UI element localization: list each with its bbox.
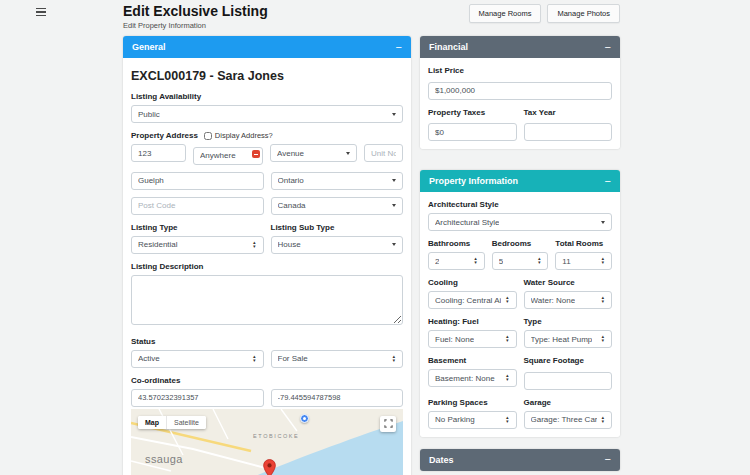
- select-arrows-icon: ▲▼: [252, 241, 256, 249]
- street-number-input[interactable]: [131, 144, 186, 162]
- cooling-select[interactable]: Cooling: Central Air ▲▼: [428, 291, 517, 309]
- property-information-panel-body: Architectural Style Architectural Style …: [420, 192, 620, 437]
- sale-status-select[interactable]: For Sale ▲▼: [271, 350, 404, 368]
- parking-spaces-label: Parking Spaces: [428, 398, 517, 407]
- general-panel-header[interactable]: General −: [123, 36, 411, 58]
- longitude-input[interactable]: [271, 389, 404, 407]
- listing-sub-type-select[interactable]: House: [271, 236, 404, 254]
- listing-availability-select[interactable]: Public: [131, 105, 403, 123]
- bathrooms-select[interactable]: 2 ▲▼: [428, 252, 485, 270]
- coordinates-field: Co-ordinates: [131, 376, 403, 407]
- water-source-field: Water Source Water: None ▲▼: [524, 278, 613, 309]
- select-arrows-icon: ▲▼: [252, 355, 256, 363]
- heating-fuel-field: Heating: Fuel Fuel: None ▲▼: [428, 317, 517, 348]
- bedrooms-select[interactable]: 5 ▲▼: [492, 252, 549, 270]
- select-arrows-icon: ▲▼: [601, 257, 605, 265]
- listing-type-select[interactable]: Residential ▲▼: [131, 236, 264, 254]
- heating-fuel-select[interactable]: Fuel: None ▲▼: [428, 330, 517, 348]
- list-price-field: List Price: [428, 66, 612, 100]
- financial-panel: Financial − List Price Property Taxes Ta…: [420, 36, 620, 149]
- chevron-down-icon: [392, 179, 396, 182]
- cooling-field: Cooling Cooling: Central Air ▲▼: [428, 278, 517, 309]
- street-name-wrap: [193, 144, 263, 165]
- address-row-2: Ontario: [131, 172, 403, 190]
- square-footage-input[interactable]: [524, 372, 613, 390]
- chevron-down-icon: [392, 243, 396, 246]
- header-actions: Manage Rooms Manage Photos: [469, 4, 621, 23]
- bathrooms-label: Bathrooms: [428, 239, 485, 248]
- parking-garage-row: Parking Spaces No Parking ▲▼ Garage Gara…: [428, 398, 612, 429]
- square-footage-label: Square Footage: [524, 356, 613, 365]
- heating-type-label: Type: [524, 317, 613, 326]
- property-information-panel-header[interactable]: Property Information −: [420, 170, 620, 192]
- tax-year-input[interactable]: [524, 123, 613, 141]
- select-arrows-icon: ▲▼: [474, 257, 478, 265]
- post-code-input[interactable]: [131, 197, 264, 215]
- listing-description-textarea[interactable]: [131, 275, 403, 325]
- chevron-down-icon: [346, 152, 350, 155]
- listing-availability-field: Listing Availability Public: [131, 92, 403, 123]
- taxes-row: Property Taxes Tax Year: [428, 108, 612, 142]
- property-address-label: Property Address: [131, 131, 198, 140]
- water-source-select[interactable]: Water: None ▲▼: [524, 291, 613, 309]
- unit-no-input[interactable]: [364, 144, 403, 162]
- status-select[interactable]: Active ▲▼: [131, 350, 264, 368]
- listing-type-row: Listing Type Residential ▲▼ Listing Sub …: [131, 223, 403, 254]
- list-price-input[interactable]: [428, 82, 612, 100]
- dates-panel-title: Dates: [429, 455, 454, 465]
- collapse-icon[interactable]: −: [605, 454, 611, 465]
- dates-panel-header[interactable]: Dates −: [420, 449, 620, 471]
- country-select[interactable]: Canada: [271, 197, 404, 215]
- select-arrows-icon: ▲▼: [505, 296, 509, 304]
- collapse-icon[interactable]: −: [396, 42, 402, 53]
- display-address-label: Display Address?: [215, 131, 273, 140]
- property-taxes-input[interactable]: [428, 123, 517, 141]
- general-column: General − EXCL000179 - Sara Jones Listin…: [123, 36, 411, 475]
- manage-photos-button[interactable]: Manage Photos: [547, 4, 620, 23]
- garage-select[interactable]: Garage: Three Car, Atta ▲▼: [524, 411, 613, 429]
- property-information-panel-title: Property Information: [429, 176, 518, 186]
- page-title: Edit Exclusive Listing: [123, 3, 268, 19]
- province-select[interactable]: Ontario: [271, 172, 404, 190]
- heating-type-select[interactable]: Type: Heat Pump ▲▼: [524, 330, 613, 348]
- architectural-style-select[interactable]: Architectural Style: [428, 213, 612, 231]
- address-row-3: Canada: [131, 197, 403, 215]
- collapse-icon[interactable]: −: [605, 42, 611, 53]
- fullscreen-icon: [384, 419, 393, 428]
- property-information-panel: Property Information − Architectural Sty…: [420, 170, 620, 437]
- city-input[interactable]: [131, 172, 264, 190]
- menu-icon[interactable]: [36, 8, 46, 16]
- listing-heading: EXCL000179 - Sara Jones: [131, 69, 403, 83]
- total-rooms-select[interactable]: 11 ▲▼: [555, 252, 612, 270]
- property-address-label-row: Property Address Display Address?: [131, 131, 403, 140]
- map-view-button[interactable]: Map: [138, 416, 166, 429]
- garage-label: Garage: [524, 398, 613, 407]
- chevron-down-icon: [392, 113, 396, 116]
- property-address-field: Property Address Display Address?: [131, 131, 403, 215]
- select-arrows-icon: ▲▼: [505, 416, 509, 424]
- map[interactable]: ssauga ETOBICOKE COOKSVILLE Map Satellit…: [131, 409, 403, 475]
- manage-rooms-button[interactable]: Manage Rooms: [469, 4, 542, 23]
- tax-year-field: Tax Year: [524, 108, 613, 142]
- listing-description-field: Listing Description: [131, 262, 403, 329]
- latitude-input[interactable]: [131, 389, 264, 407]
- heating-fuel-label: Heating: Fuel: [428, 317, 517, 326]
- transit-station-icon[interactable]: [300, 414, 309, 423]
- property-taxes-field: Property Taxes: [428, 108, 517, 142]
- basement-select[interactable]: Basement: None ▲▼: [428, 369, 517, 387]
- street-type-select[interactable]: Avenue: [270, 144, 357, 162]
- satellite-view-button[interactable]: Satellite: [167, 416, 206, 429]
- select-arrows-icon: ▲▼: [601, 416, 605, 424]
- display-address-checkbox[interactable]: [204, 132, 212, 140]
- garage-field: Garage Garage: Three Car, Atta ▲▼: [524, 398, 613, 429]
- listing-sub-type-field: Listing Sub Type House: [271, 223, 404, 254]
- square-footage-field: Square Footage: [524, 356, 613, 390]
- financial-panel-header[interactable]: Financial −: [420, 36, 620, 58]
- parking-spaces-select[interactable]: No Parking ▲▼: [428, 411, 517, 429]
- fullscreen-button[interactable]: [380, 416, 396, 432]
- status-label: Status: [131, 337, 403, 346]
- heating-row: Heating: Fuel Fuel: None ▲▼ Type Type: H…: [428, 317, 612, 348]
- rooms-row: Bathrooms 2 ▲▼ Bedrooms 5 ▲▼: [428, 239, 612, 270]
- collapse-icon[interactable]: −: [605, 176, 611, 187]
- map-pin-icon[interactable]: [263, 459, 276, 475]
